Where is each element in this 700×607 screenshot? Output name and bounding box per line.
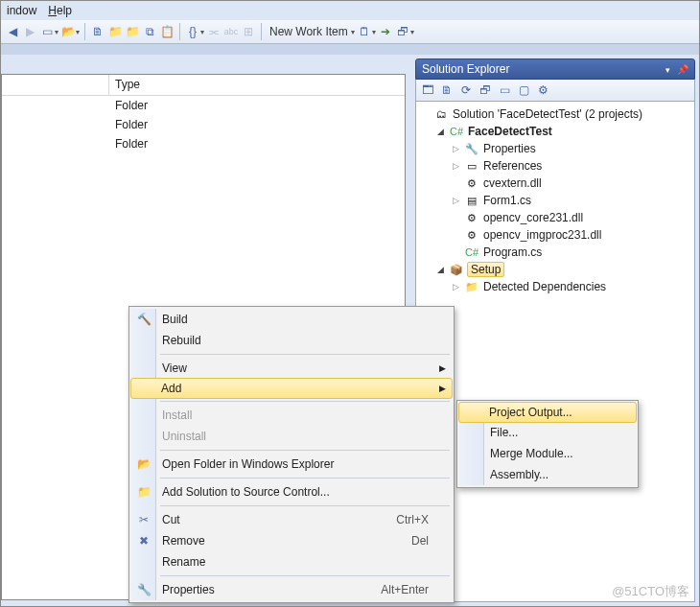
divider [160, 505, 450, 506]
file-node[interactable]: ⚙opencv_core231.dll [418, 209, 692, 226]
source-control-icon: 📁 [136, 485, 152, 499]
comment-icon[interactable]: ⫘ [206, 24, 222, 39]
dll-icon: ⚙ [464, 175, 479, 191]
sub-assembly[interactable]: Assembly... [459, 464, 636, 485]
context-menu: 🔨Build Rebuild View▶ Add▶ Install Uninst… [128, 306, 455, 603]
ctx-open-folder[interactable]: 📂Open Folder in Windows Explorer [131, 454, 452, 475]
ctx-cut[interactable]: ✂CutCtrl+X [131, 509, 452, 530]
file-node[interactable]: ⚙opencv_imgproc231.dll [418, 226, 692, 244]
submenu-arrow-icon: ▶ [439, 363, 446, 373]
watermark: @51CTO博客 [612, 583, 689, 600]
open-icon[interactable]: 📂 [60, 24, 76, 39]
ctx-rename[interactable]: Rename [131, 551, 452, 572]
file-node[interactable]: C#Program.cs [418, 244, 692, 261]
divider [160, 450, 450, 451]
file-node[interactable]: ▤Form1.cs [418, 192, 692, 209]
properties-folder-icon: 🔧 [464, 141, 479, 156]
code-icon[interactable]: {} [185, 24, 200, 39]
menu-bar: indow Help [1, 1, 699, 20]
solution-tree: 🗂Solution 'FaceDetectTest' (2 projects) … [415, 102, 695, 602]
collapse-all-icon[interactable]: ▢ [516, 82, 531, 98]
folder-open-icon[interactable]: 📁 [107, 24, 123, 39]
sub-project-output[interactable]: Project Output... [458, 402, 637, 423]
show-all-icon[interactable]: 🗎 [439, 82, 455, 98]
nav-fwd-icon[interactable]: ▶ [22, 24, 37, 39]
ctx-rebuild[interactable]: Rebuild [131, 330, 452, 351]
divider [160, 478, 450, 479]
references-node[interactable]: ▭References [418, 157, 692, 175]
abc-icon[interactable]: abc [223, 24, 239, 39]
project-node[interactable]: C#FaceDetectTest [418, 123, 692, 140]
csproj-icon: C# [449, 124, 464, 139]
nav-back-icon[interactable]: ◀ [5, 24, 20, 39]
col-name-header[interactable] [2, 75, 109, 95]
pin-icon[interactable]: 📌 [677, 64, 688, 75]
divider [160, 575, 450, 576]
solution-icon: 🗂 [433, 106, 449, 122]
list-item[interactable]: Folder [2, 96, 405, 115]
list-item[interactable]: Folder [2, 115, 405, 134]
ctx-remove[interactable]: ✖RemoveDel [131, 530, 452, 551]
properties-icon: 🔧 [136, 583, 152, 596]
properties-icon[interactable]: 🗔 [420, 82, 435, 98]
list-item[interactable]: Folder [2, 134, 405, 153]
divider [160, 401, 450, 402]
file-node[interactable]: ⚙cvextern.dll [418, 175, 692, 192]
new-window-icon[interactable]: ▭ [39, 24, 55, 39]
detected-deps-node[interactable]: 📁Detected Dependencies [418, 278, 692, 295]
submenu-arrow-icon: ▶ [439, 384, 446, 393]
solution-explorer-title-text: Solution Explorer [422, 62, 509, 76]
ctx-add-source-control[interactable]: 📁Add Solution to Source Control... [131, 481, 452, 502]
sync-icon[interactable]: ⚙ [535, 82, 550, 98]
sub-file[interactable]: File... [459, 422, 636, 443]
solution-explorer-title[interactable]: Solution Explorer ▾ 📌 [415, 58, 695, 80]
menu-window[interactable]: indow [7, 4, 36, 17]
panel-controls: ▾ 📌 [665, 62, 688, 76]
ctx-uninstall: Uninstall [131, 426, 452, 447]
references-icon: ▭ [464, 158, 479, 174]
link-icon[interactable]: 🗗 [395, 24, 410, 39]
sub-merge-module[interactable]: Merge Module... [459, 443, 636, 464]
setup-project-node[interactable]: 📦Setup [418, 261, 692, 278]
solution-node[interactable]: 🗂Solution 'FaceDetectTest' (2 projects) [418, 105, 692, 123]
file-type-rows: Folder Folder Folder [2, 96, 405, 153]
setup-icon: 📦 [449, 262, 464, 277]
view-designer-icon[interactable]: ▭ [497, 82, 512, 98]
view-code-icon[interactable]: 🗗 [478, 82, 493, 98]
toolbar-row-1: ◀ ▶ ▭▾ 📂▾ 🗎 📁 📁 ⧉ 📋 {}▾ ⫘ abc ⊞ New Work… [1, 20, 699, 44]
build-icon: 🔨 [136, 313, 152, 326]
add-submenu: Project Output... File... Merge Module..… [456, 400, 639, 488]
new-folder-icon[interactable]: 📁 [125, 24, 140, 39]
form-icon: ▤ [464, 193, 479, 208]
refresh-icon[interactable]: ⊞ [241, 24, 256, 39]
new-work-item-label[interactable]: New Work Item [267, 25, 351, 38]
col-type-header[interactable]: Type [109, 75, 146, 95]
dropdown-icon[interactable]: ▾ [665, 65, 670, 75]
new-icon[interactable]: 🗎 [90, 24, 105, 39]
ctx-view[interactable]: View▶ [131, 358, 452, 379]
menu-help[interactable]: Help [48, 4, 72, 17]
dll-icon: ⚙ [464, 210, 479, 225]
ctx-install: Install [131, 405, 452, 426]
ctx-add[interactable]: Add▶ [130, 378, 453, 399]
properties-node[interactable]: 🔧Properties [418, 140, 692, 157]
solution-explorer: Solution Explorer ▾ 📌 🗔 🗎 ⟳ 🗗 ▭ ▢ ⚙ 🗂Sol… [415, 58, 695, 602]
ctx-build[interactable]: 🔨Build [131, 309, 452, 330]
divider [160, 354, 450, 355]
folder-open-icon: 📂 [136, 457, 152, 471]
ctx-properties[interactable]: 🔧PropertiesAlt+Enter [131, 579, 452, 600]
refresh-icon[interactable]: ⟳ [458, 82, 474, 98]
go-icon[interactable]: ➔ [378, 24, 393, 39]
cs-icon: C# [464, 245, 479, 260]
work-item-icon[interactable]: 🗒 [357, 24, 372, 39]
copy-icon[interactable]: ⧉ [142, 24, 157, 39]
column-headers: Type [2, 75, 405, 96]
paste-icon[interactable]: 📋 [159, 24, 175, 39]
folder-icon: 📁 [464, 279, 479, 294]
dll-icon: ⚙ [464, 227, 479, 243]
solution-explorer-toolbar: 🗔 🗎 ⟳ 🗗 ▭ ▢ ⚙ [415, 80, 695, 102]
remove-icon: ✖ [136, 534, 152, 548]
cut-icon: ✂ [136, 513, 152, 526]
